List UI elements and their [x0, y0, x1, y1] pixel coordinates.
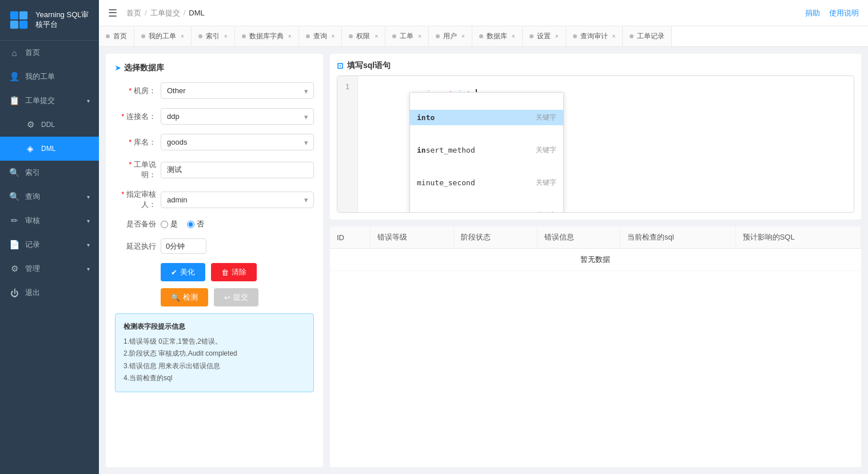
tab-database-close[interactable]: ×	[512, 33, 515, 39]
tab-queryaudit[interactable]: 查询审计 ×	[566, 26, 623, 47]
help-link[interactable]: 捐助	[805, 8, 820, 18]
sidebar-item-logout-label: 退出	[25, 288, 40, 298]
delay-input[interactable]	[161, 238, 206, 254]
tab-work[interactable]: 工单 ×	[385, 26, 429, 47]
menu-icon[interactable]: ☰	[108, 7, 117, 19]
tab-user-label: 用户	[443, 31, 457, 41]
results-panel: ID 错误等级 阶段状态 错误信息 当前检查的sql 预计影响的SQL 暂无数据	[330, 226, 861, 467]
backup-yes-input[interactable]	[161, 221, 168, 228]
sidebar-item-mywork[interactable]: 👤 我的工单	[0, 65, 99, 89]
results-header-row: ID 错误等级 阶段状态 错误信息 当前检查的sql 预计影响的SQL	[330, 226, 861, 249]
sidebar-item-query-label: 查询	[25, 192, 40, 202]
submit-button: ↩ 提交	[214, 288, 258, 306]
breadcrumb-home[interactable]: 首页	[126, 8, 141, 18]
host-select-wrapper: Other 机房1	[161, 82, 314, 99]
conn-select[interactable]: ddp	[161, 108, 314, 125]
audit-icon: ✏	[9, 216, 19, 226]
tab-user[interactable]: 用户 ×	[429, 26, 472, 47]
tab-index-label: 索引	[206, 31, 220, 41]
sidebar-item-index[interactable]: 🔍 索引	[0, 161, 99, 185]
breadcrumb-current: DML	[189, 9, 204, 17]
left-panel-title: 选择数据库	[115, 63, 314, 73]
remark-label: * 工单说明：	[115, 160, 161, 180]
sql-editor-panel: 填写sql语句 1 insert into​ into 关	[330, 54, 861, 220]
tab-mywork[interactable]: 我的工单 ×	[134, 26, 192, 47]
clear-button[interactable]: 🗑 清除	[211, 263, 257, 281]
reviewer-select[interactable]: admin	[161, 192, 314, 208]
editor-content[interactable]: insert into​ into 关键字 insert_method 关键字	[358, 76, 854, 212]
sidebar-item-dml[interactable]: ◈ DML	[0, 137, 99, 161]
beautify-button[interactable]: ✔ 美化	[161, 263, 205, 281]
ac-type-minute-second: 关键字	[536, 178, 556, 188]
ac-item-minute-microsecond[interactable]: minute_microsecond 关键字	[410, 208, 563, 213]
tab-mywork-label: 我的工单	[149, 31, 176, 41]
line-number-1: 1	[337, 81, 357, 93]
sidebar-item-submit[interactable]: 📋 工单提交 ▾	[0, 89, 99, 113]
tab-dbdict-close[interactable]: ×	[288, 33, 292, 39]
results-tbody: 暂无数据	[330, 249, 861, 271]
sidebar-item-home[interactable]: ⌂ 首页	[0, 41, 99, 65]
sidebar-item-index-label: 索引	[25, 168, 40, 178]
tab-home[interactable]: 首页	[99, 26, 134, 47]
sidebar-item-mywork-label: 我的工单	[25, 71, 55, 82]
breadcrumb-sep2: /	[184, 9, 186, 17]
ac-type-minute-microsecond: 关键字	[536, 210, 556, 213]
tab-work-close[interactable]: ×	[418, 33, 421, 39]
tab-mywork-close[interactable]: ×	[181, 33, 184, 39]
record-icon: 📄	[9, 240, 19, 250]
sidebar-item-ddl[interactable]: ⚙ DDL	[0, 113, 99, 137]
backup-no-radio[interactable]: 否	[187, 219, 204, 229]
tab-workrecord[interactable]: 工单记录	[623, 26, 672, 47]
conn-select-wrapper: ddp	[161, 108, 314, 125]
tab-perm[interactable]: 权限 ×	[342, 26, 385, 47]
check-icon: 🔍	[171, 293, 180, 302]
hint-line-2: 2.阶段状态 审核成功,Audit completed	[124, 348, 305, 360]
ac-item-into[interactable]: into 关键字	[410, 110, 563, 125]
login-link[interactable]: 使用说明	[829, 8, 859, 18]
audit-chevron-icon: ▾	[87, 218, 90, 224]
tab-queryaudit-label: 查询审计	[580, 31, 608, 41]
check-button[interactable]: 🔍 检测	[161, 288, 208, 306]
sql-editor[interactable]: 1 insert into​ into 关键字	[337, 75, 854, 213]
tab-index-close[interactable]: ×	[224, 33, 228, 39]
tab-perm-label: 权限	[356, 31, 370, 41]
sidebar-item-query[interactable]: 🔍 查询 ▾	[0, 185, 99, 209]
tab-queryaudit-close[interactable]: ×	[612, 33, 616, 39]
tab-database[interactable]: 数据库 ×	[472, 26, 523, 47]
tab-workrecord-label: 工单记录	[637, 31, 664, 41]
tab-home-label: 首页	[113, 31, 127, 41]
tab-perm-close[interactable]: ×	[375, 33, 378, 39]
sidebar: Yearning SQL审核平台 ⌂ 首页 👤 我的工单 📋 工单提交 ▾ ⚙ …	[0, 0, 99, 474]
col-id: ID	[330, 226, 371, 249]
tab-index-dot	[198, 34, 202, 38]
sidebar-item-record-label: 记录	[25, 240, 40, 250]
sidebar-item-submit-label: 工单提交	[25, 95, 55, 106]
tab-queryaudit-dot	[573, 34, 577, 38]
tab-query[interactable]: 查询 ×	[299, 26, 343, 47]
sidebar-item-record[interactable]: 📄 记录 ▾	[0, 233, 99, 257]
backup-no-input[interactable]	[187, 221, 194, 228]
tab-settings-close[interactable]: ×	[555, 33, 559, 39]
sidebar-item-manage[interactable]: ⚙ 管理 ▾	[0, 257, 99, 281]
tab-index[interactable]: 索引 ×	[192, 26, 235, 47]
breadcrumb-submit[interactable]: 工单提交	[150, 8, 180, 18]
tab-dbdict[interactable]: 数据库字典 ×	[235, 26, 299, 47]
ac-item-insert-method[interactable]: insert_method 关键字	[410, 142, 563, 158]
tab-user-close[interactable]: ×	[461, 33, 465, 39]
backup-yes-radio[interactable]: 是	[161, 219, 178, 229]
form-row-delay: 延迟执行	[115, 238, 314, 254]
form-row-db: * 库名： goods	[115, 134, 314, 150]
tab-query-label: 查询	[313, 31, 327, 41]
conn-label: * 连接名：	[115, 111, 161, 122]
remark-input[interactable]	[161, 162, 314, 178]
host-select[interactable]: Other 机房1	[161, 82, 314, 99]
sidebar-item-logout[interactable]: ⏻ 退出	[0, 281, 99, 305]
sidebar-item-audit[interactable]: ✏ 审核 ▾	[0, 209, 99, 233]
ac-type-insert-method: 关键字	[536, 145, 556, 155]
db-select[interactable]: goods	[161, 134, 314, 150]
col-affected-sql: 预计影响的SQL	[735, 226, 861, 249]
tab-settings[interactable]: 设置 ×	[523, 26, 566, 47]
ac-item-minute-second[interactable]: minute_second 关键字	[410, 175, 563, 190]
topbar-right: 捐助 使用说明	[805, 8, 859, 18]
tab-query-close[interactable]: ×	[332, 33, 335, 39]
